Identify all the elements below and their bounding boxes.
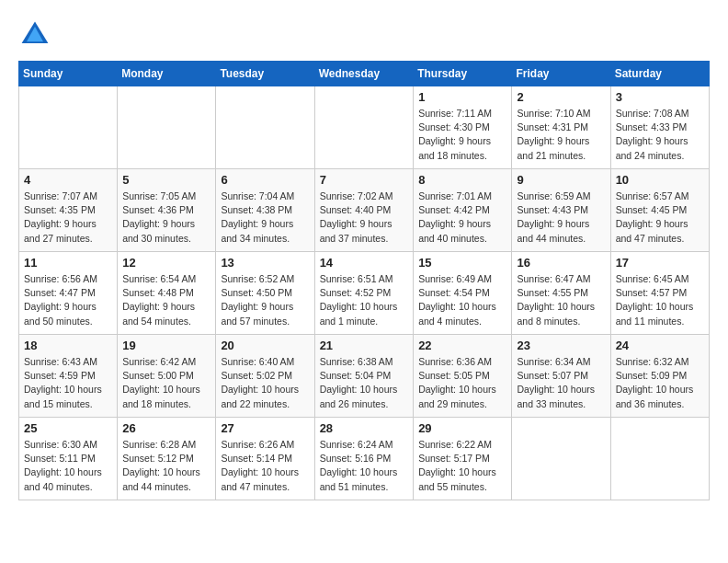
day-info: Sunrise: 6:22 AM Sunset: 5:17 PM Dayligh… <box>418 438 506 494</box>
calendar-cell: 4Sunrise: 7:07 AM Sunset: 4:35 PM Daylig… <box>19 169 118 252</box>
day-number: 28 <box>320 421 409 435</box>
calendar-cell: 3Sunrise: 7:08 AM Sunset: 4:33 PM Daylig… <box>610 86 709 169</box>
calendar-cell: 17Sunrise: 6:45 AM Sunset: 4:57 PM Dayli… <box>610 252 709 335</box>
day-info: Sunrise: 6:26 AM Sunset: 5:14 PM Dayligh… <box>221 438 309 494</box>
calendar-cell: 23Sunrise: 6:34 AM Sunset: 5:07 PM Dayli… <box>512 335 610 418</box>
calendar-cell: 25Sunrise: 6:30 AM Sunset: 5:11 PM Dayli… <box>19 418 118 500</box>
calendar-cell: 5Sunrise: 7:05 AM Sunset: 4:36 PM Daylig… <box>118 169 216 252</box>
calendar-cell <box>610 418 709 500</box>
day-number: 13 <box>221 256 309 270</box>
day-number: 3 <box>616 90 704 104</box>
day-number: 29 <box>418 421 506 435</box>
day-info: Sunrise: 6:43 AM Sunset: 4:59 PM Dayligh… <box>24 355 112 411</box>
calendar-cell <box>512 418 610 500</box>
calendar-cell: 9Sunrise: 6:59 AM Sunset: 4:43 PM Daylig… <box>512 169 610 252</box>
calendar-cell: 22Sunrise: 6:36 AM Sunset: 5:05 PM Dayli… <box>414 335 512 418</box>
calendar-week-row: 4Sunrise: 7:07 AM Sunset: 4:35 PM Daylig… <box>19 169 710 252</box>
day-info: Sunrise: 6:45 AM Sunset: 4:57 PM Dayligh… <box>616 272 704 328</box>
day-number: 17 <box>616 256 704 270</box>
day-info: Sunrise: 7:07 AM Sunset: 4:35 PM Dayligh… <box>24 190 112 246</box>
day-of-week-header: Saturday <box>610 62 709 86</box>
day-number: 8 <box>418 173 506 187</box>
day-number: 7 <box>320 173 409 187</box>
day-info: Sunrise: 6:51 AM Sunset: 4:52 PM Dayligh… <box>320 272 409 328</box>
day-number: 10 <box>616 173 704 187</box>
day-number: 19 <box>122 339 210 352</box>
day-number: 18 <box>24 339 112 352</box>
day-number: 9 <box>517 173 605 187</box>
calendar-cell: 20Sunrise: 6:40 AM Sunset: 5:02 PM Dayli… <box>216 335 314 418</box>
day-info: Sunrise: 6:38 AM Sunset: 5:04 PM Dayligh… <box>320 355 409 411</box>
day-number: 2 <box>517 90 605 104</box>
calendar-cell: 13Sunrise: 6:52 AM Sunset: 4:50 PM Dayli… <box>216 252 314 335</box>
calendar-cell: 12Sunrise: 6:54 AM Sunset: 4:48 PM Dayli… <box>118 252 216 335</box>
calendar-week-row: 1Sunrise: 7:11 AM Sunset: 4:30 PM Daylig… <box>19 86 710 169</box>
calendar-cell: 2Sunrise: 7:10 AM Sunset: 4:31 PM Daylig… <box>512 86 610 169</box>
calendar-week-row: 11Sunrise: 6:56 AM Sunset: 4:47 PM Dayli… <box>19 252 710 335</box>
day-info: Sunrise: 6:28 AM Sunset: 5:12 PM Dayligh… <box>122 438 210 494</box>
day-number: 23 <box>517 339 605 352</box>
calendar-cell: 1Sunrise: 7:11 AM Sunset: 4:30 PM Daylig… <box>414 86 512 169</box>
day-number: 21 <box>320 339 409 352</box>
day-info: Sunrise: 6:30 AM Sunset: 5:11 PM Dayligh… <box>24 438 112 494</box>
day-number: 26 <box>122 421 210 435</box>
day-of-week-header: Friday <box>512 62 610 86</box>
day-info: Sunrise: 6:52 AM Sunset: 4:50 PM Dayligh… <box>221 272 309 328</box>
calendar-cell <box>216 86 314 169</box>
day-number: 1 <box>418 90 506 104</box>
day-number: 16 <box>517 256 605 270</box>
day-info: Sunrise: 6:59 AM Sunset: 4:43 PM Dayligh… <box>517 190 605 246</box>
calendar-cell: 21Sunrise: 6:38 AM Sunset: 5:04 PM Dayli… <box>314 335 414 418</box>
day-of-week-header: Monday <box>118 62 216 86</box>
day-info: Sunrise: 7:01 AM Sunset: 4:42 PM Dayligh… <box>418 190 506 246</box>
calendar-cell: 15Sunrise: 6:49 AM Sunset: 4:54 PM Dayli… <box>414 252 512 335</box>
day-info: Sunrise: 6:57 AM Sunset: 4:45 PM Dayligh… <box>616 190 704 246</box>
calendar-cell <box>118 86 216 169</box>
day-info: Sunrise: 7:11 AM Sunset: 4:30 PM Dayligh… <box>418 107 506 163</box>
day-info: Sunrise: 7:08 AM Sunset: 4:33 PM Dayligh… <box>616 107 704 163</box>
calendar-cell <box>19 86 118 169</box>
logo-icon <box>18 18 51 52</box>
calendar-cell: 19Sunrise: 6:42 AM Sunset: 5:00 PM Dayli… <box>118 335 216 418</box>
day-number: 14 <box>320 256 409 270</box>
calendar-cell <box>314 86 414 169</box>
calendar-cell: 29Sunrise: 6:22 AM Sunset: 5:17 PM Dayli… <box>414 418 512 500</box>
calendar-cell: 24Sunrise: 6:32 AM Sunset: 5:09 PM Dayli… <box>610 335 709 418</box>
day-number: 24 <box>616 339 704 352</box>
days-header-row: SundayMondayTuesdayWednesdayThursdayFrid… <box>19 62 710 86</box>
day-info: Sunrise: 6:56 AM Sunset: 4:47 PM Dayligh… <box>24 272 112 328</box>
calendar-week-row: 18Sunrise: 6:43 AM Sunset: 4:59 PM Dayli… <box>19 335 710 418</box>
day-of-week-header: Wednesday <box>314 62 414 86</box>
day-number: 22 <box>418 339 506 352</box>
day-number: 11 <box>24 256 112 270</box>
day-info: Sunrise: 6:42 AM Sunset: 5:00 PM Dayligh… <box>122 355 210 411</box>
calendar-cell: 10Sunrise: 6:57 AM Sunset: 4:45 PM Dayli… <box>610 169 709 252</box>
calendar-cell: 27Sunrise: 6:26 AM Sunset: 5:14 PM Dayli… <box>216 418 314 500</box>
day-info: Sunrise: 6:49 AM Sunset: 4:54 PM Dayligh… <box>418 272 506 328</box>
day-number: 20 <box>221 339 309 352</box>
day-number: 6 <box>221 173 309 187</box>
day-of-week-header: Thursday <box>414 62 512 86</box>
day-info: Sunrise: 6:47 AM Sunset: 4:55 PM Dayligh… <box>517 272 605 328</box>
calendar-cell: 7Sunrise: 7:02 AM Sunset: 4:40 PM Daylig… <box>314 169 414 252</box>
calendar-cell: 26Sunrise: 6:28 AM Sunset: 5:12 PM Dayli… <box>118 418 216 500</box>
calendar-cell: 8Sunrise: 7:01 AM Sunset: 4:42 PM Daylig… <box>414 169 512 252</box>
day-info: Sunrise: 7:02 AM Sunset: 4:40 PM Dayligh… <box>320 190 409 246</box>
calendar-cell: 14Sunrise: 6:51 AM Sunset: 4:52 PM Dayli… <box>314 252 414 335</box>
day-number: 4 <box>24 173 112 187</box>
day-number: 27 <box>221 421 309 435</box>
day-number: 5 <box>122 173 210 187</box>
logo <box>18 18 57 52</box>
day-of-week-header: Tuesday <box>216 62 314 86</box>
day-number: 12 <box>122 256 210 270</box>
day-info: Sunrise: 7:10 AM Sunset: 4:31 PM Dayligh… <box>517 107 605 163</box>
day-info: Sunrise: 6:24 AM Sunset: 5:16 PM Dayligh… <box>320 438 409 494</box>
day-info: Sunrise: 6:54 AM Sunset: 4:48 PM Dayligh… <box>122 272 210 328</box>
day-number: 15 <box>418 256 506 270</box>
day-info: Sunrise: 7:04 AM Sunset: 4:38 PM Dayligh… <box>221 190 309 246</box>
calendar-cell: 6Sunrise: 7:04 AM Sunset: 4:38 PM Daylig… <box>216 169 314 252</box>
day-info: Sunrise: 7:05 AM Sunset: 4:36 PM Dayligh… <box>122 190 210 246</box>
page-header <box>18 18 710 52</box>
day-info: Sunrise: 6:34 AM Sunset: 5:07 PM Dayligh… <box>517 355 605 411</box>
day-info: Sunrise: 6:36 AM Sunset: 5:05 PM Dayligh… <box>418 355 506 411</box>
